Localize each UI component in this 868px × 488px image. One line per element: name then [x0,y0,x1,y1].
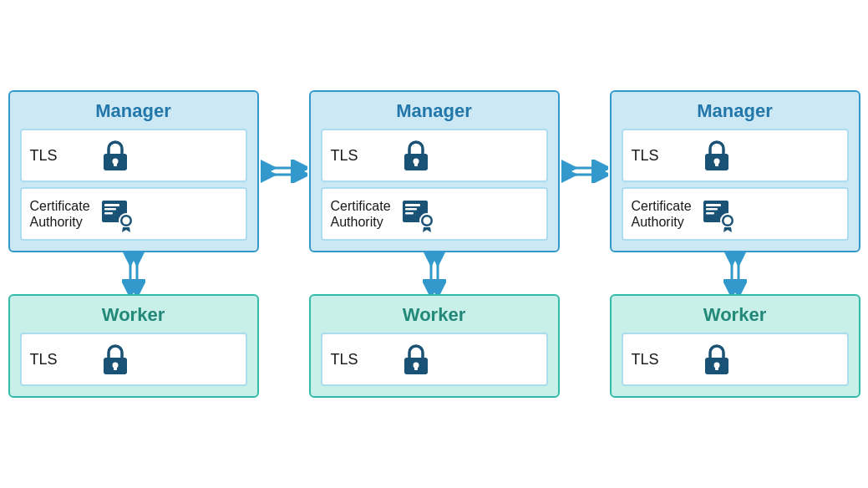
manager-box-2: Manager TLS Certificate Authority [309,90,560,252]
arrow-h-2-3 [560,160,610,183]
svg-rect-2 [114,161,117,166]
worker-tls-box-3: TLS [622,333,849,386]
ca-label-3: Certificate Authority [632,198,692,230]
arrow-v-col-1 [8,252,259,294]
svg-rect-49 [114,365,117,370]
svg-rect-32 [706,212,714,215]
worker-lock-icon-2 [398,341,434,378]
arrow-v-2 [423,252,446,294]
tls-box-2: TLS [321,129,548,182]
lock-icon-3 [698,137,735,174]
manager-title-2: Manager [396,100,471,122]
svg-rect-6 [104,212,113,215]
diagram: Manager TLS Certificate Authority [8,90,860,398]
svg-rect-30 [706,204,721,206]
worker-tls-label-1: TLS [30,351,89,369]
svg-rect-15 [414,161,418,166]
svg-rect-28 [715,161,718,166]
lock-icon-1 [97,137,134,174]
worker-title-2: Worker [403,304,465,326]
managers-row: Manager TLS Certificate Authority [8,90,860,252]
svg-rect-18 [405,208,417,211]
worker-box-3: Worker TLS [610,294,860,398]
cert-icon-1 [99,196,135,232]
arrow-v-3 [723,252,747,294]
cert-icon-2 [399,196,436,232]
ca-box-3: Certificate Authority [622,187,849,241]
workers-row: Worker TLS Worker TLS [8,294,860,398]
manager-box-1: Manager TLS Certificate Authority [8,90,259,252]
svg-rect-19 [405,212,414,215]
svg-rect-5 [104,208,116,211]
worker-box-2: Worker TLS [309,294,560,398]
manager-title-1: Manager [95,100,170,122]
worker-lock-icon-3 [698,341,735,378]
worker-title-3: Worker [703,304,766,326]
arrow-v-col-2 [309,252,560,294]
arrow-v-1 [122,252,145,294]
tls-label-2: TLS [331,147,389,165]
worker-tls-label-2: TLS [331,351,389,369]
worker-lock-icon-1 [97,341,134,378]
svg-rect-4 [104,204,119,206]
worker-tls-box-2: TLS [321,333,548,386]
arrow-h-1-2 [259,160,309,183]
ca-box-2: Certificate Authority [321,187,548,241]
worker-title-1: Worker [102,304,165,326]
vertical-arrows-row [8,252,860,294]
tls-box-1: TLS [20,129,247,182]
ca-box-1: Certificate Authority [20,187,247,241]
worker-tls-box-1: TLS [20,333,247,386]
arrow-v-col-3 [610,252,860,294]
svg-point-8 [122,217,129,225]
svg-point-21 [423,217,430,225]
tls-box-3: TLS [622,129,849,182]
ca-label-2: Certificate Authority [331,198,391,230]
tls-label-3: TLS [632,147,690,165]
svg-rect-52 [414,365,418,370]
lock-icon-2 [398,137,434,174]
svg-point-34 [723,217,731,225]
svg-rect-17 [405,204,420,206]
worker-tls-label-3: TLS [632,351,690,369]
manager-box-3: Manager TLS Certificate Authority [610,90,860,252]
cert-icon-3 [700,196,737,232]
svg-rect-55 [715,365,718,370]
manager-title-3: Manager [697,100,772,122]
ca-label-1: Certificate Authority [30,198,90,230]
worker-box-1: Worker TLS [8,294,259,398]
tls-label-1: TLS [30,147,89,165]
svg-rect-31 [706,208,718,211]
